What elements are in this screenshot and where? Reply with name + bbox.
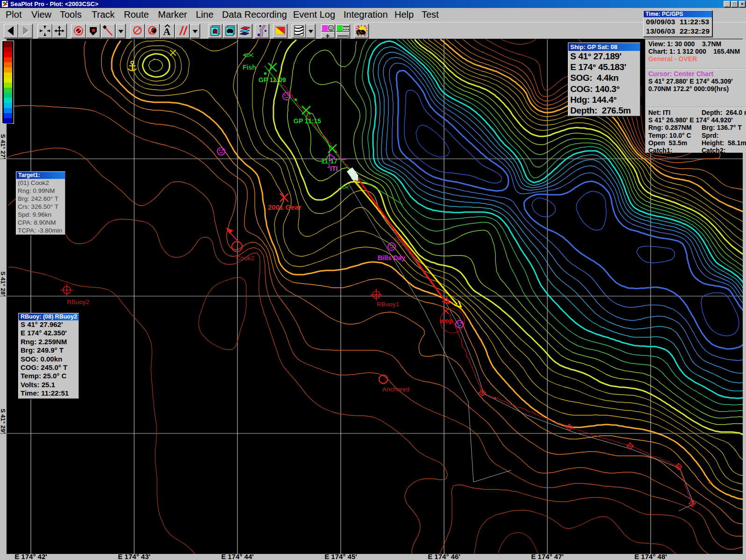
svg-text:S 41° 27': S 41° 27'	[0, 134, 7, 159]
svg-text:RBuoy2: RBuoy2	[67, 298, 89, 305]
svg-text:Cook2: Cook2	[236, 255, 254, 262]
svg-text:S 41° 29': S 41° 29'	[0, 409, 7, 433]
svg-text:GP 11:15: GP 11:15	[294, 117, 321, 125]
svg-text:E 174° 46': E 174° 46'	[428, 553, 460, 560]
svg-text:S 41° 28': S 41° 28'	[0, 271, 7, 296]
svg-text:Anchored: Anchored	[382, 386, 409, 393]
svg-text:E 174° 44': E 174° 44'	[221, 553, 254, 560]
svg-text:wop: wop	[439, 317, 453, 325]
svg-text:Fish: Fish	[243, 64, 256, 71]
svg-text:GP 11:09: GP 11:09	[258, 76, 286, 84]
svg-text:E 174° 42': E 174° 42'	[14, 553, 47, 560]
svg-text:RBuoy1: RBuoy1	[377, 301, 399, 308]
svg-text:E 174° 48': E 174° 48'	[634, 553, 667, 560]
svg-text:2001 Gear: 2001 Gear	[268, 203, 301, 211]
svg-text:E 174° 47': E 174° 47'	[531, 553, 564, 560]
svg-text:E 174° 43': E 174° 43'	[118, 553, 151, 560]
svg-text:J: J	[327, 164, 330, 169]
svg-text:E 174° 45': E 174° 45'	[324, 553, 357, 560]
svg-text:ITI: ITI	[330, 165, 337, 172]
svg-text:A: A	[163, 26, 171, 37]
svg-text:Bills Day: Bills Day	[378, 254, 405, 262]
